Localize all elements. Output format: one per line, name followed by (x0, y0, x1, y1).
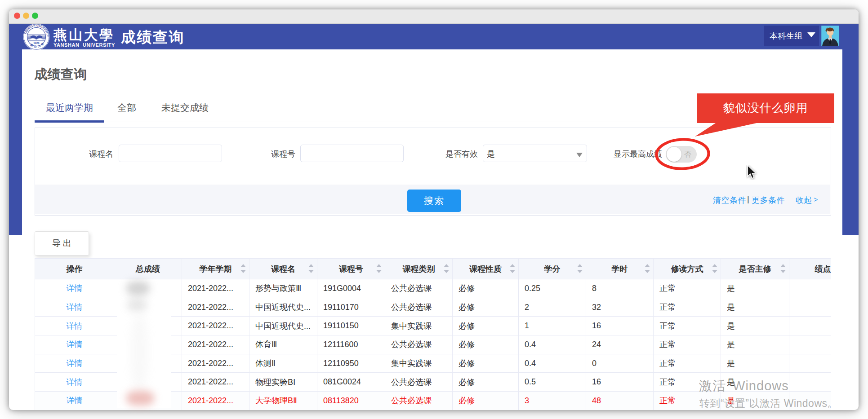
svg-text:1920: 1920 (33, 42, 40, 44)
